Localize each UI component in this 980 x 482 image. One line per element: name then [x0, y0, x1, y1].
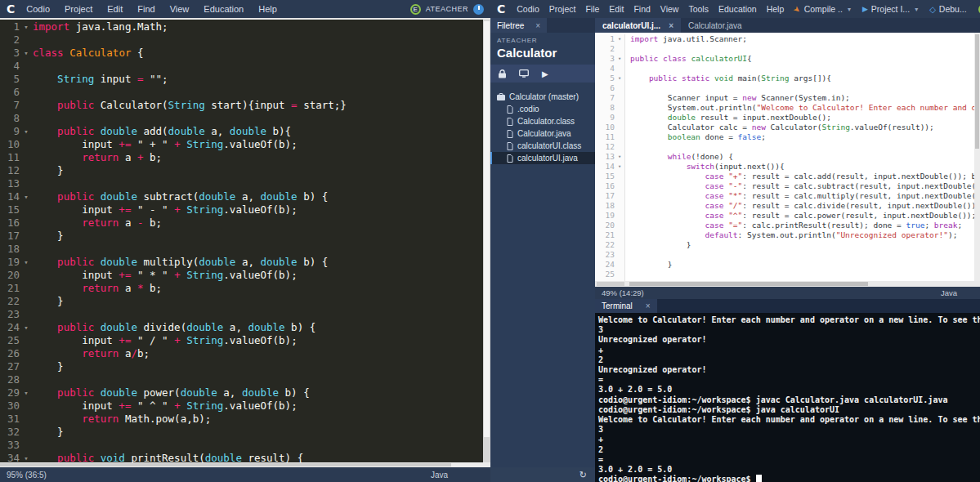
fold-spacer	[615, 103, 624, 113]
line-number: 18	[595, 201, 615, 211]
code-line: 23	[595, 250, 974, 260]
menu-item-find[interactable]: Find	[633, 4, 650, 14]
menu-item-find[interactable]: Find	[137, 4, 154, 14]
fold-arrow-icon[interactable]: ▾	[20, 256, 33, 269]
code-text: }	[33, 360, 64, 373]
token: +	[174, 138, 181, 150]
token: .valueOf(b);	[223, 138, 297, 150]
fold-arrow-icon[interactable]: ▾	[615, 152, 624, 162]
file-item-calculator-java[interactable]: Calculator.java	[490, 127, 595, 140]
fold-spacer	[20, 426, 33, 439]
language-mode[interactable]: Java	[941, 288, 957, 297]
toolbar-button-compile[interactable]: ➤Compile ..▾	[794, 4, 851, 14]
menu-item-project[interactable]: Project	[65, 4, 92, 14]
button-label: Compile ..	[804, 4, 843, 14]
menu-item-project[interactable]: Project	[549, 4, 576, 14]
terminal-output[interactable]: Welcome to Calculator! Enter each number…	[595, 313, 980, 482]
token: break	[934, 221, 958, 230]
file-name: Calculator.java	[517, 129, 571, 138]
left-editor-vscrollbar[interactable]	[483, 20, 490, 462]
fold-arrow-icon[interactable]: ▾	[615, 74, 624, 83]
line-number: 34	[0, 452, 20, 462]
fold-spacer	[615, 250, 624, 260]
editor-tab-calculatoruij[interactable]: calculatorUI.j...×	[595, 18, 681, 33]
menu-item-file[interactable]: File	[585, 4, 599, 14]
token	[33, 386, 57, 399]
fold-arrow-icon[interactable]: ▾	[615, 54, 624, 64]
scrollbar-thumb[interactable]	[484, 21, 490, 437]
right-editor-vscrollbar[interactable]	[974, 33, 980, 281]
lock-icon[interactable]	[499, 69, 506, 78]
language-mode[interactable]: Java	[431, 471, 448, 480]
fold-arrow-icon[interactable]: ▾	[20, 125, 33, 138]
fold-arrow-icon[interactable]: ▾	[20, 20, 33, 33]
token: public	[57, 321, 94, 333]
token: b) {	[298, 256, 329, 268]
terminal-line: 3	[598, 325, 977, 335]
scrollbar-thumb[interactable]	[597, 282, 624, 286]
token: double	[199, 190, 235, 203]
code-line: 7 Scanner input = new Scanner(System.in)…	[595, 93, 974, 103]
file-item--codio[interactable]: .codio	[490, 103, 595, 115]
code-text: public Calculator(String start){input = …	[33, 99, 347, 112]
fold-spacer	[20, 33, 33, 47]
menu-item-education[interactable]: Education	[718, 4, 757, 14]
toolbar-button-projecti[interactable]: ▶Project I...▾	[862, 4, 918, 14]
file-item-calculator-class[interactable]: Calculator.class	[490, 115, 595, 127]
file-icon	[507, 105, 513, 114]
close-icon[interactable]: ×	[535, 21, 540, 30]
menu-item-view[interactable]: View	[170, 4, 190, 14]
chevron-down-icon: ▾	[915, 6, 918, 13]
menu-item-view[interactable]: View	[660, 4, 679, 14]
file-item-calculatorui-java[interactable]: calculatorUI.java	[490, 152, 595, 164]
fold-arrow-icon[interactable]: ▾	[20, 386, 33, 399]
scrollbar-thumb[interactable]	[0, 463, 451, 466]
code-text: case "-": result = calc.subtract(result,…	[630, 181, 974, 191]
menu-item-tools[interactable]: Tools	[688, 4, 709, 14]
fold-arrow-icon[interactable]: ▾	[615, 162, 624, 172]
monitor-icon[interactable]	[519, 69, 529, 78]
codio-logo-icon[interactable]: C	[7, 2, 15, 16]
token: a	[119, 216, 137, 229]
left-editor-hscrollbar[interactable]	[0, 462, 490, 467]
fold-arrow-icon[interactable]: ▾	[615, 34, 624, 44]
menu-item-help[interactable]: Help	[258, 4, 277, 14]
right-editor-hscrollbar[interactable]	[595, 281, 980, 287]
filetree-tab[interactable]: Filetree ×	[490, 18, 547, 33]
token: ;	[957, 221, 962, 230]
play-icon[interactable]: ▶	[542, 69, 548, 78]
scrollbar-thumb[interactable]	[629, 282, 868, 286]
gutter: 5	[0, 73, 33, 86]
scrollbar-thumb[interactable]	[975, 34, 979, 149]
left-code-editor[interactable]: 1▾import java.lang.Math;23▾class Calcula…	[0, 20, 483, 462]
menu-item-education[interactable]: Education	[204, 4, 244, 14]
fold-arrow-icon[interactable]: ▾	[20, 190, 33, 203]
right-code-editor[interactable]: 1▾import java.util.Scanner;23▾public cla…	[595, 33, 974, 281]
fold-arrow-icon[interactable]: ▾	[20, 47, 33, 60]
tab-label: calculatorUI.j...	[602, 21, 660, 30]
user-initial-badge[interactable]: E	[410, 4, 421, 15]
token: static	[682, 74, 709, 83]
line-number: 28	[0, 373, 20, 386]
editor-tab-calculatorjava[interactable]: Calculator.java	[681, 18, 750, 33]
fold-arrow-icon[interactable]: ▾	[20, 452, 33, 462]
terminal-tab[interactable]: Terminal ×	[595, 299, 657, 313]
menu-item-codio[interactable]: Codio	[26, 4, 50, 14]
menu-item-codio[interactable]: Codio	[517, 4, 539, 14]
close-icon[interactable]: ×	[646, 301, 651, 310]
menu-item-edit[interactable]: Edit	[609, 4, 624, 14]
codio-logo-icon[interactable]: C	[497, 2, 505, 16]
file-item-calculatorui-class[interactable]: calculatorUI.class	[490, 140, 595, 152]
fold-arrow-icon[interactable]: ▾	[20, 321, 33, 334]
code-line: 26 return a/b;	[0, 347, 483, 360]
code-line: 13	[0, 177, 483, 190]
menu-item-edit[interactable]: Edit	[107, 4, 123, 14]
code-text: return a - b;	[33, 216, 162, 230]
close-icon[interactable]: ×	[669, 21, 673, 30]
menu-item-help[interactable]: Help	[767, 4, 785, 14]
refresh-icon[interactable]: ↻	[579, 470, 587, 480]
power-icon[interactable]	[473, 4, 484, 15]
toolbar-button-debu[interactable]: ◇Debu...	[929, 4, 967, 14]
tree-root[interactable]: Calculator (master)	[490, 91, 595, 103]
terminal-line: codio@urgent-idiom:~/workspace$	[598, 475, 977, 482]
